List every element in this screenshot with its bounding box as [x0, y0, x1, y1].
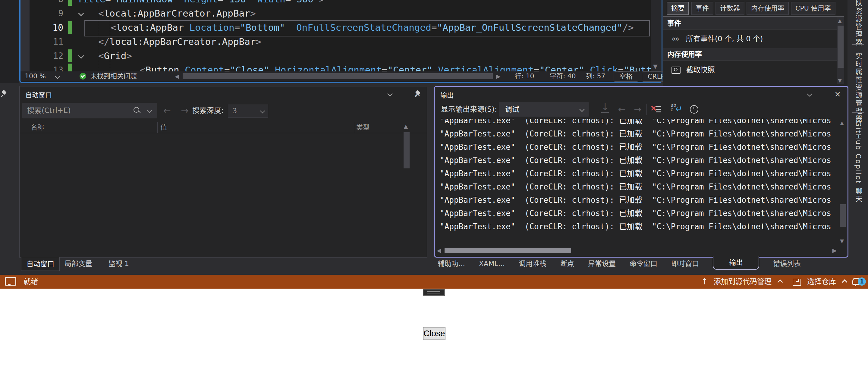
diag-tab-active[interactable]: 摘要: [667, 2, 689, 15]
side-tab[interactable]: 团队资源管理器: [853, 0, 864, 46]
whitespace-mode-button[interactable]: 空格: [614, 71, 638, 82]
xaml-editor[interactable]: 8Title="MainWindow" Height="150" Width="…: [19, 0, 662, 83]
diag-tab-item[interactable]: 计数器: [715, 2, 744, 15]
code-text: <local:AppBarCreator.AppBar>: [98, 6, 256, 21]
panel-title[interactable]: 输出: [440, 90, 454, 99]
window-position-chevron-icon[interactable]: [388, 91, 393, 96]
scrollbar-thumb[interactable]: [838, 26, 844, 68]
back-arrow-icon[interactable]: ←: [163, 103, 171, 118]
timestamp-icon[interactable]: [690, 105, 698, 114]
bottom-tab-item[interactable]: 辅助功...: [438, 257, 465, 270]
column-header[interactable]: 值: [160, 122, 167, 133]
chevron-down-icon[interactable]: [147, 108, 152, 113]
bottom-tab-item[interactable]: 命令窗口: [629, 257, 657, 270]
repository-icon[interactable]: [793, 279, 801, 286]
diag-tab-item[interactable]: 事件: [691, 2, 713, 15]
bottom-tab-item[interactable]: 即时窗口: [671, 257, 699, 270]
code-area[interactable]: 8Title="MainWindow" Height="150" Width="…: [21, 0, 651, 71]
output-line: "AppBarTest.exe" (CoreCLR: clrhost): 已加载…: [436, 119, 837, 127]
autos-column-headers: 名称值类型: [20, 122, 427, 133]
bottom-tab-active[interactable]: 自动窗口: [21, 257, 60, 271]
bottom-tab-item[interactable]: 局部变量: [64, 257, 92, 270]
bottom-tab-active[interactable]: 输出: [713, 256, 759, 270]
select-repository-label: 选择仓库: [807, 278, 836, 286]
forward-arrow-icon[interactable]: →: [181, 103, 188, 118]
scrollbar-thumb[interactable]: [444, 248, 571, 253]
diagnostic-summary: 事件«»所有事件(0 个, 共 0 个)内存使用率截取快照: [663, 17, 837, 79]
previous-message-icon[interactable]: ←: [618, 100, 626, 119]
bottom-tab-item[interactable]: XAML...: [479, 257, 505, 270]
bottom-tab-item[interactable]: 错误列表: [773, 257, 801, 270]
output-toolbar: 显示输出来源(S): 调试 ↓ ← → × abc↵: [435, 100, 847, 119]
goto-source-icon[interactable]: ↓: [601, 100, 609, 113]
column-header[interactable]: 类型: [356, 122, 370, 133]
autos-search-input[interactable]: 搜索(Ctrl+E): [22, 103, 157, 118]
diag-tab-item[interactable]: 内存使用率: [747, 2, 789, 15]
close-icon[interactable]: ×: [834, 90, 841, 98]
scroll-down-arrow-icon[interactable]: ▼: [653, 63, 658, 70]
scroll-down-arrow-icon[interactable]: ▼: [840, 238, 844, 244]
feedback-icon[interactable]: [5, 277, 16, 286]
add-to-source-control-button[interactable]: 添加到源代码管理: [714, 275, 782, 289]
scroll-up-arrow-icon[interactable]: ▲: [404, 123, 408, 129]
diag-row[interactable]: 截取快照: [663, 61, 837, 79]
health-check-icon[interactable]: [80, 73, 86, 80]
scroll-right-arrow-icon[interactable]: ▶: [832, 247, 837, 254]
scroll-right-arrow-icon[interactable]: ▶: [496, 71, 501, 81]
publish-arrow-icon[interactable]: ↑: [701, 275, 708, 289]
appbar-window[interactable]: [423, 289, 445, 296]
column-header[interactable]: 名称: [31, 122, 44, 133]
scrollbar-thumb[interactable]: [840, 204, 846, 227]
caret-char-indicator[interactable]: 字符: 40: [550, 71, 576, 81]
output-vertical-scrollbar[interactable]: ▲ ▼: [839, 120, 846, 244]
scroll-down-arrow-icon[interactable]: ▼: [838, 77, 842, 84]
fold-chevron-icon[interactable]: [78, 53, 84, 59]
caret-col-indicator[interactable]: 列: 57: [586, 71, 605, 81]
output-horizontal-scrollbar[interactable]: ◀ ▶: [437, 247, 837, 255]
search-depth-value: 3: [232, 104, 237, 118]
window-position-chevron-icon[interactable]: [807, 92, 812, 97]
scroll-up-arrow-icon[interactable]: ▲: [838, 18, 842, 24]
clear-all-icon[interactable]: ×: [651, 105, 661, 114]
bottom-tab-item[interactable]: 异常设置: [588, 257, 616, 270]
output-line: "AppBarTest.exe" (CoreCLR: clrhost): 已加载…: [436, 167, 837, 180]
diagnostic-scrollbar[interactable]: ▲ ▼: [837, 17, 844, 84]
output-text-area[interactable]: "AppBarTest.exe" (CoreCLR: clrhost): 已加载…: [436, 119, 837, 247]
search-icon[interactable]: [133, 107, 139, 113]
diag-row[interactable]: «»所有事件(0 个, 共 0 个): [663, 30, 837, 48]
column-divider[interactable]: [157, 122, 158, 133]
diag-tab-item[interactable]: CPU 使用率: [791, 2, 835, 15]
scroll-left-arrow-icon[interactable]: ◀: [437, 247, 441, 254]
side-tab[interactable]: GitHub Copilot 聊天: [853, 121, 864, 203]
change-bar: [68, 50, 72, 62]
editor-vertical-scrollbar[interactable]: ▼: [651, 0, 661, 71]
right-tool-tab-strip: 团队资源管理器实时属性资源管理器GitHub Copilot 聊天: [848, 0, 868, 275]
search-placeholder: 搜索(Ctrl+E): [27, 103, 71, 118]
output-source-select[interactable]: 调试: [499, 102, 589, 117]
bottom-tab-item[interactable]: 监视 1: [108, 257, 129, 270]
scrollbar-thumb[interactable]: [404, 132, 410, 168]
panel-title[interactable]: 自动窗口: [25, 90, 52, 99]
close-button[interactable]: Close: [423, 327, 445, 340]
search-depth-select[interactable]: 3: [228, 104, 268, 118]
bottom-tab-item[interactable]: 调用堆栈: [519, 257, 547, 270]
diag-row-label: 截取快照: [686, 61, 715, 79]
zoom-level-select[interactable]: 100 %: [25, 71, 59, 81]
output-source-value: 调试: [505, 102, 519, 117]
word-wrap-icon[interactable]: abc↵: [671, 103, 683, 115]
lines-glyph: [656, 106, 661, 107]
scroll-up-arrow-icon[interactable]: ▲: [840, 120, 844, 126]
autos-tab-strip: 自动窗口局部变量监视 1: [19, 257, 427, 271]
events-icon: «»: [672, 30, 678, 48]
autos-scrollbar[interactable]: ▲: [403, 123, 410, 184]
select-repository-button[interactable]: 选择仓库: [807, 275, 846, 289]
bottom-tab-item[interactable]: 断点: [560, 257, 574, 270]
scroll-left-arrow-icon[interactable]: ◀: [175, 71, 179, 81]
fold-chevron-icon[interactable]: [78, 10, 84, 16]
notification-badge[interactable]: 1: [858, 278, 866, 286]
column-divider[interactable]: [355, 122, 355, 133]
caret-line-indicator[interactable]: 行: 10: [515, 71, 534, 81]
change-bar: [68, 21, 72, 34]
next-message-icon[interactable]: →: [634, 100, 641, 119]
editor-horizontal-scrollbar[interactable]: [183, 73, 493, 79]
